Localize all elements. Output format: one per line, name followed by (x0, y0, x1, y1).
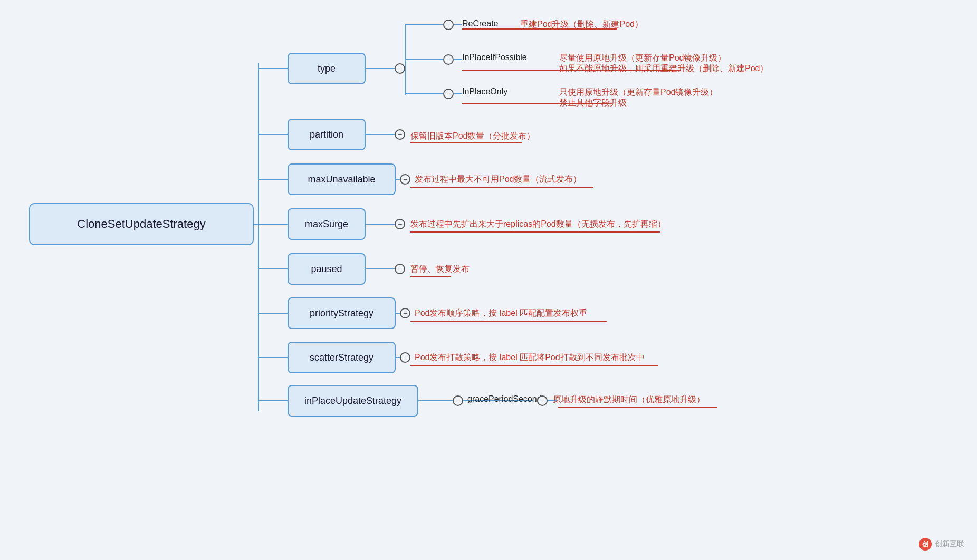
graceperiodseconds-label: gracePeriodSeconds (467, 394, 546, 404)
maxsurge-desc: 发布过程中先扩出来大于replicas的Pod数量（无损发布，先扩再缩） (410, 219, 666, 230)
type-connector (395, 63, 405, 74)
root-label: CloneSetUpdateStrategy (77, 217, 205, 231)
partition-node: partition (288, 119, 366, 150)
graceperiodseconds-desc: 原地升级的静默期时间（优雅原地升级） (553, 394, 705, 405)
inplaceonly-desc2: 禁止其他字段升级 (559, 98, 627, 109)
partition-connector (395, 129, 405, 140)
inplaceonly-label: InPlaceOnly (462, 87, 507, 96)
prioritystrategy-label: priorityStrategy (310, 308, 373, 319)
inplaceifpossible-connector (443, 54, 454, 65)
root-node: CloneSetUpdateStrategy (29, 203, 254, 245)
maxunavailable-connector (400, 174, 410, 185)
inplaceifpossible-label: InPlaceIfPossible (462, 53, 527, 62)
inplaceifpossible-desc2: 如果不能原地升级，则采用重建升级（删除、新建Pod） (559, 63, 768, 74)
inplaceonly-connector (443, 89, 454, 99)
maxsurge-label: maxSurge (305, 219, 348, 230)
maxsurge-connector (395, 219, 405, 229)
scatterstrategy-connector (400, 352, 410, 363)
inplaceifpossible-desc1: 尽量使用原地升级（更新存量Pod镜像升级） (559, 53, 726, 64)
paused-label: paused (311, 264, 342, 275)
inplaceupdatestrategy-node: inPlaceUpdateStrategy (288, 385, 418, 417)
scatterstrategy-desc: Pod发布打散策略，按 label 匹配将Pod打散到不同发布批次中 (415, 352, 645, 363)
recreate-desc: 重建Pod升级（删除、新建Pod） (462, 19, 643, 30)
maxsurge-node: maxSurge (288, 208, 366, 240)
inplaceupdatestrategy-label: inPlaceUpdateStrategy (304, 395, 401, 407)
watermark-icon: 创 (919, 538, 932, 551)
maxunavailable-node: maxUnavailable (288, 163, 396, 195)
connection-lines (0, 0, 977, 560)
prioritystrategy-desc: Pod发布顺序策略，按 label 匹配配置发布权重 (415, 308, 587, 319)
paused-node: paused (288, 253, 366, 285)
inplaceupdatestrategy-connector (453, 395, 463, 406)
scatterstrategy-label: scatterStrategy (310, 352, 373, 363)
paused-connector (395, 264, 405, 274)
partition-label: partition (310, 129, 343, 140)
type-label: type (318, 63, 336, 74)
watermark: 创 创新互联 (919, 538, 964, 551)
paused-desc: 暂停、恢复发布 (410, 264, 470, 275)
diagram: CloneSetUpdateStrategy type ReCreate 重建P… (0, 0, 977, 560)
prioritystrategy-node: priorityStrategy (288, 297, 396, 329)
prioritystrategy-connector (400, 308, 410, 318)
maxunavailable-label: maxUnavailable (308, 174, 375, 185)
recreate-connector (443, 20, 454, 30)
scatterstrategy-node: scatterStrategy (288, 342, 396, 373)
maxunavailable-desc: 发布过程中最大不可用Pod数量（流式发布） (415, 174, 581, 185)
graceperiodseconds-connector (537, 395, 548, 406)
inplaceonly-desc1: 只使用原地升级（更新存量Pod镜像升级） (559, 87, 717, 98)
partition-desc: 保留旧版本Pod数量（分批发布） (410, 131, 535, 142)
watermark-text: 创新互联 (935, 539, 964, 549)
type-node: type (288, 53, 366, 84)
